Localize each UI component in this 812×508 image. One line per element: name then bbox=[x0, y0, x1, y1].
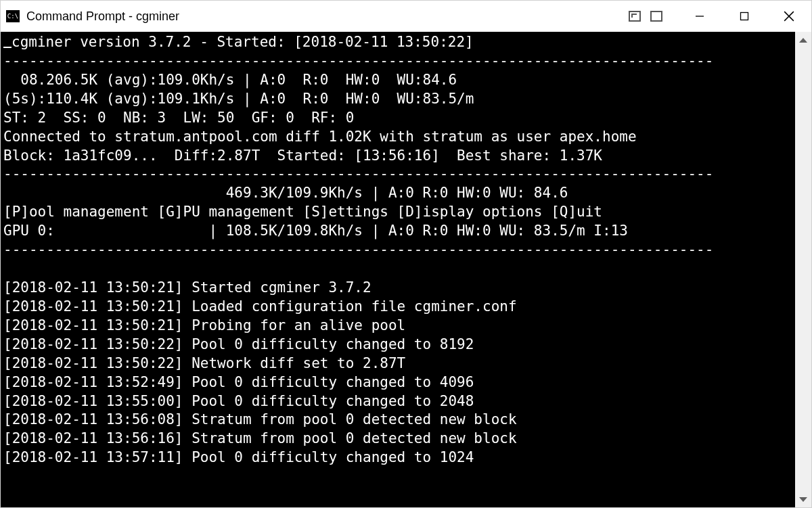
log-line: [2018-02-11 13:57:11] Pool 0 difficulty … bbox=[3, 449, 474, 465]
vertical-scrollbar[interactable] bbox=[795, 32, 811, 507]
titlebar[interactable]: Command Prompt - cgminer bbox=[1, 1, 811, 32]
stats-connected: Connected to stratum.antpool.com diff 1.… bbox=[3, 129, 637, 145]
close-button[interactable] bbox=[767, 1, 811, 32]
log-line: [2018-02-11 13:56:08] Stratum from pool … bbox=[3, 411, 517, 428]
summary-line: 469.3K/109.9Kh/s | A:0 R:0 HW:0 WU: 84.6 bbox=[3, 185, 568, 201]
log-line: [2018-02-11 13:56:16] Stratum from pool … bbox=[3, 430, 517, 446]
version-line: cgminer version 3.7.2 - Started: [2018-0… bbox=[12, 34, 474, 50]
scroll-down-icon[interactable] bbox=[795, 491, 811, 507]
divider: ----------------------------------------… bbox=[3, 166, 713, 182]
window: Command Prompt - cgminer cgminer version… bbox=[0, 0, 812, 508]
log-line: [2018-02-11 13:50:22] Pool 0 difficulty … bbox=[3, 336, 474, 352]
divider: ----------------------------------------… bbox=[3, 53, 713, 69]
stats-line-1: 08.206.5K (avg):109.0Kh/s | A:0 R:0 HW:0… bbox=[3, 72, 457, 88]
log-line: [2018-02-11 13:55:00] Pool 0 difficulty … bbox=[3, 393, 474, 409]
log-line: [2018-02-11 13:52:49] Pool 0 difficulty … bbox=[3, 374, 474, 390]
stats-block: Block: 1a31fc09... Diff:2.87T Started: [… bbox=[3, 147, 602, 164]
log-line: [2018-02-11 13:50:21] Probing for an ali… bbox=[3, 317, 405, 333]
minimize-button[interactable] bbox=[677, 1, 722, 32]
content-area: cgminer version 3.7.2 - Started: [2018-0… bbox=[1, 32, 811, 507]
cmd-icon bbox=[6, 10, 20, 22]
window-title: Command Prompt - cgminer bbox=[26, 9, 179, 24]
maximize-button[interactable] bbox=[722, 1, 767, 32]
divider: ----------------------------------------… bbox=[3, 241, 713, 258]
log-line: [2018-02-11 13:50:21] Started cgminer 3.… bbox=[3, 279, 371, 296]
titlebar-extra-icons bbox=[629, 11, 662, 22]
log-line: [2018-02-11 13:50:22] Network diff set t… bbox=[3, 355, 405, 371]
window-controls bbox=[677, 1, 811, 32]
page-icon[interactable] bbox=[629, 11, 641, 22]
box-icon[interactable] bbox=[650, 11, 662, 22]
menu-line: [P]ool management [G]PU management [S]et… bbox=[3, 204, 602, 220]
terminal-output[interactable]: cgminer version 3.7.2 - Started: [2018-0… bbox=[1, 32, 795, 507]
scroll-up-icon[interactable] bbox=[795, 32, 811, 48]
scroll-track[interactable] bbox=[795, 48, 811, 491]
gpu-line: GPU 0: | 108.5K/109.8Kh/s | A:0 R:0 HW:0… bbox=[3, 223, 628, 239]
log-line: [2018-02-11 13:50:21] Loaded configurati… bbox=[3, 298, 517, 315]
stats-line-3: ST: 2 SS: 0 NB: 3 LW: 50 GF: 0 RF: 0 bbox=[3, 110, 354, 126]
svg-rect-1 bbox=[741, 13, 748, 20]
stats-line-2: (5s):110.4K (avg):109.1Kh/s | A:0 R:0 HW… bbox=[3, 91, 474, 107]
cursor-icon bbox=[3, 47, 12, 48]
